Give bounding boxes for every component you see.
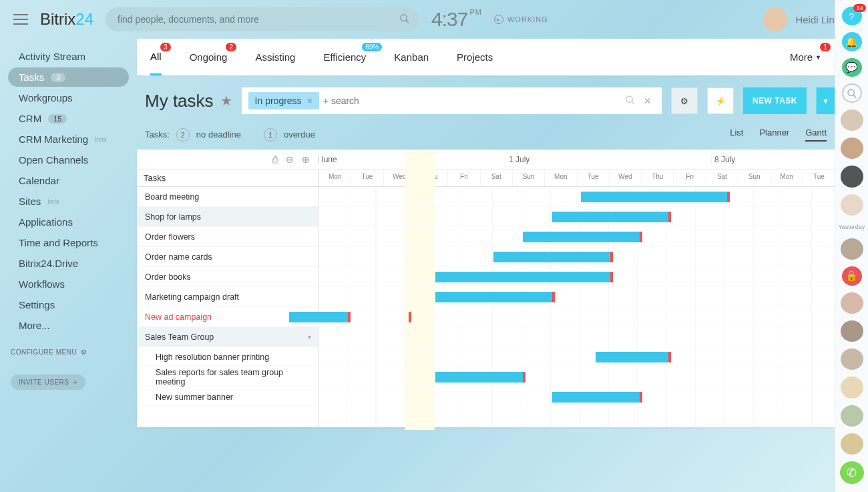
new-task-dropdown[interactable]: ▼ bbox=[816, 87, 835, 114]
chat-button[interactable]: 💬 bbox=[842, 58, 862, 77]
overdue-count[interactable]: 1 bbox=[264, 128, 277, 142]
contact-avatar[interactable] bbox=[841, 194, 863, 216]
view-list[interactable]: List bbox=[730, 128, 743, 142]
search-rail-button[interactable] bbox=[842, 83, 862, 103]
notifications-button[interactable]: 🔔 bbox=[842, 32, 862, 51]
task-row[interactable]: Marketing campaign draft bbox=[137, 287, 318, 307]
global-search-input[interactable] bbox=[118, 14, 393, 25]
sidebar-item[interactable]: Tasks3 bbox=[8, 67, 129, 87]
tab-more[interactable]: More ▼ 1 bbox=[790, 39, 821, 75]
day-header: Sat bbox=[480, 170, 512, 186]
filter-chip-in-progress[interactable]: In progress × bbox=[248, 92, 319, 109]
task-row[interactable]: Sales reports for sales team group meeti… bbox=[137, 367, 318, 387]
tab[interactable]: Assisting bbox=[255, 39, 295, 75]
contact-avatar[interactable] bbox=[841, 238, 863, 260]
overdue-label[interactable]: overdue bbox=[284, 130, 315, 140]
gantt-bar[interactable] bbox=[552, 212, 669, 222]
tab[interactable]: Ongoing2 bbox=[190, 39, 228, 75]
task-row[interactable]: Shop for lamps bbox=[137, 207, 318, 227]
tab[interactable]: Projects bbox=[457, 39, 493, 75]
tab[interactable]: Efficiency89% bbox=[323, 39, 366, 75]
day-header: Fri bbox=[447, 170, 479, 186]
gantt-bar[interactable] bbox=[289, 312, 347, 322]
sidebar-item[interactable]: Time and Reports bbox=[8, 233, 129, 252]
view-gantt[interactable]: Gantt bbox=[805, 128, 827, 142]
gantt-row bbox=[318, 187, 835, 207]
working-status[interactable]: ▸ WORKING bbox=[494, 15, 548, 24]
filter-box[interactable]: In progress × × bbox=[242, 87, 662, 114]
task-row[interactable]: Order flowers bbox=[137, 227, 318, 247]
task-tabs: All3Ongoing2AssistingEfficiency89%Kanban… bbox=[137, 39, 835, 75]
sidebar-item[interactable]: Bitrix24.Drive bbox=[8, 254, 129, 273]
view-planner[interactable]: Planner bbox=[759, 128, 789, 142]
hamburger-icon[interactable] bbox=[13, 14, 28, 25]
gantt-bar[interactable] bbox=[596, 352, 668, 362]
sidebar-item[interactable]: Settings bbox=[8, 295, 129, 314]
settings-button[interactable]: ⚙ bbox=[671, 87, 698, 114]
task-row[interactable]: High resolution banner printing bbox=[137, 347, 318, 367]
sidebar-item[interactable]: Workflows bbox=[8, 274, 129, 294]
tasks-column-header: Tasks bbox=[137, 170, 318, 186]
gantt-bar[interactable] bbox=[581, 192, 727, 202]
print-icon[interactable]: ⎙ bbox=[272, 154, 278, 165]
task-row[interactable]: Board meeting bbox=[137, 187, 318, 207]
sidebar-item[interactable]: Applications bbox=[8, 212, 129, 232]
chip-remove-icon[interactable]: × bbox=[307, 95, 312, 106]
no-deadline-label[interactable]: no deadline bbox=[196, 130, 241, 140]
contact-avatar[interactable] bbox=[841, 109, 863, 131]
invite-users-button[interactable]: INVITE USERS + bbox=[11, 375, 85, 390]
new-task-button[interactable]: NEW TASK bbox=[743, 87, 807, 114]
gantt-bar[interactable] bbox=[493, 252, 610, 262]
contact-avatar[interactable] bbox=[841, 138, 863, 159]
contact-avatar[interactable] bbox=[841, 377, 863, 398]
sidebar-item[interactable]: Activity Stream bbox=[8, 47, 129, 66]
sidebar-item[interactable]: More... bbox=[8, 316, 129, 335]
gantt-bar[interactable] bbox=[435, 372, 523, 383]
automation-button[interactable]: ⚡ bbox=[707, 87, 734, 114]
search-icon[interactable] bbox=[399, 13, 410, 26]
zoom-out-icon[interactable]: ⊖ bbox=[286, 154, 294, 165]
tab[interactable]: All3 bbox=[150, 39, 162, 75]
user-avatar[interactable] bbox=[763, 7, 787, 31]
contact-avatar[interactable] bbox=[841, 166, 863, 187]
deadline-marker bbox=[610, 272, 613, 282]
filter-search-input[interactable] bbox=[323, 95, 622, 106]
star-icon[interactable]: ★ bbox=[220, 93, 232, 109]
sidebar-item[interactable]: Open Channels bbox=[8, 150, 129, 170]
day-header: Mon bbox=[544, 170, 576, 186]
phone-button[interactable]: ✆ bbox=[840, 461, 864, 484]
contact-avatar[interactable] bbox=[841, 292, 863, 314]
lock-button[interactable]: 🔒 bbox=[842, 266, 862, 285]
zoom-in-icon[interactable]: ⊕ bbox=[302, 154, 310, 165]
global-search[interactable] bbox=[105, 7, 419, 31]
gantt-bar[interactable] bbox=[552, 392, 640, 403]
deadline-marker bbox=[552, 292, 555, 302]
task-row[interactable]: Order books bbox=[137, 267, 318, 287]
logo-text-b: 24 bbox=[75, 10, 93, 28]
sidebar-item[interactable]: Calendar bbox=[8, 171, 129, 190]
sidebar-item[interactable]: CRM Marketingbeta bbox=[8, 130, 129, 149]
help-button[interactable]: ?14 bbox=[842, 7, 862, 25]
clear-filter-icon[interactable]: × bbox=[644, 94, 651, 108]
day-header: Sat bbox=[706, 170, 738, 186]
no-deadline-count[interactable]: 2 bbox=[176, 128, 190, 142]
sidebar-item[interactable]: CRM15 bbox=[8, 109, 129, 128]
configure-menu-button[interactable]: CONFIGURE MENU ⚙ bbox=[11, 348, 126, 356]
contact-avatar[interactable] bbox=[841, 433, 863, 455]
task-row[interactable]: New summer banner bbox=[137, 387, 318, 407]
task-row[interactable]: Sales Team Group bbox=[137, 327, 318, 347]
task-row[interactable]: Order name cards bbox=[137, 247, 318, 267]
deadline-marker bbox=[727, 192, 730, 202]
contact-avatar[interactable] bbox=[841, 348, 863, 370]
sidebar-item[interactable]: Sitesbeta bbox=[8, 192, 129, 211]
search-icon[interactable] bbox=[625, 95, 636, 107]
tab[interactable]: Kanban bbox=[394, 39, 429, 75]
gantt-bar[interactable] bbox=[435, 292, 552, 302]
gantt-row bbox=[318, 227, 835, 247]
sidebar-item[interactable]: Workgroups bbox=[8, 88, 129, 107]
contact-avatar[interactable] bbox=[841, 405, 863, 427]
gantt-bar[interactable] bbox=[523, 232, 640, 242]
day-header: Mon bbox=[770, 170, 802, 186]
gantt-bar[interactable] bbox=[435, 272, 610, 282]
contact-avatar[interactable] bbox=[841, 320, 863, 342]
